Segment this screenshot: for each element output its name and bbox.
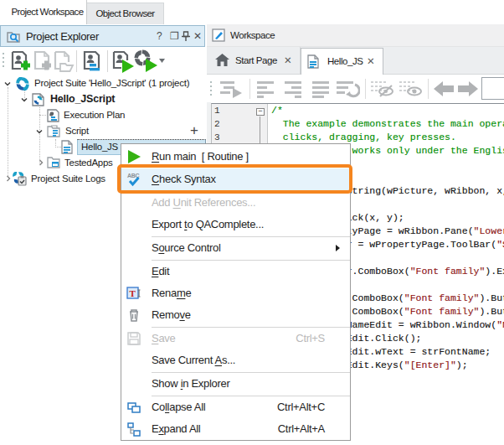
svg-text:T: T	[130, 288, 136, 298]
